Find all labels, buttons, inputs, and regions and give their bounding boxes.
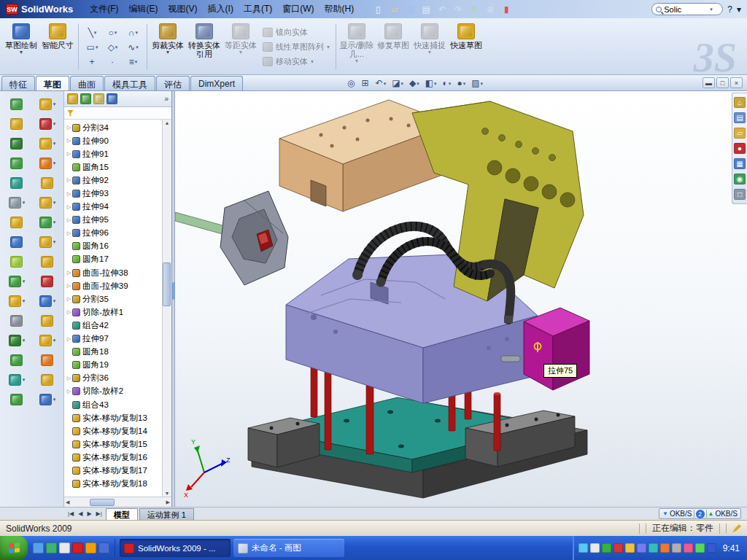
scroll-right-icon[interactable]: ▶ (166, 499, 170, 505)
toolbar-icon[interactable]: ▯ (371, 3, 385, 16)
window-control-button[interactable]: ▬ (703, 77, 715, 88)
sketch-entity-button[interactable]: ◇ ▾ (103, 40, 123, 54)
document-tab[interactable]: 模型 (106, 508, 138, 520)
tray-icon[interactable] (614, 543, 623, 553)
feature-tree-item[interactable]: ▷ 拉伸92 (66, 174, 171, 187)
dropdown-arrow-icon[interactable]: ▾ (135, 59, 138, 65)
tray-icon[interactable] (590, 543, 600, 553)
front-pin-part[interactable] (494, 392, 500, 451)
dropdown-arrow-icon[interactable]: ▾ (23, 338, 26, 343)
feature-tree-item[interactable]: ▷ 分割34 (66, 121, 171, 134)
sketch-entity-button[interactable]: + (82, 55, 102, 69)
ribbon-tab[interactable]: 模具工具 (104, 76, 155, 90)
dropdown-arrow-icon[interactable]: ▾ (136, 44, 139, 50)
expand-arrow-icon[interactable]: ▷ (66, 270, 72, 276)
search-input[interactable] (664, 5, 708, 14)
tool-button[interactable] (1, 252, 32, 271)
expand-arrow-icon[interactable]: ▷ (66, 125, 72, 131)
tool-button[interactable]: ▾ (32, 291, 63, 311)
feature-tree-item[interactable]: 组合42 (66, 319, 171, 332)
toolbar-icon[interactable]: ↶ (435, 3, 449, 16)
feature-tree-item[interactable]: 实体-移动/复制17 (66, 464, 171, 477)
quick-launch-icon[interactable] (72, 542, 83, 553)
tool-button[interactable] (1, 311, 32, 330)
expand-arrow-icon[interactable]: ▷ (66, 283, 72, 289)
dropdown-arrow-icon[interactable]: ▾ (53, 101, 56, 107)
feature-tree-item[interactable]: ▷ 拉伸94 (66, 201, 171, 214)
tab-nav-arrow[interactable]: ◀ (76, 510, 85, 517)
sketch-entity-button[interactable]: ∿ ▾ (123, 40, 143, 54)
tree-vertical-scrollbar[interactable]: ▲ ▼ (162, 120, 171, 497)
sketch-entity-button[interactable]: ╲ ▾ (82, 26, 102, 39)
dropdown-arrow-icon[interactable]: ▾ (23, 279, 26, 284)
tool-button[interactable]: ▾ (32, 330, 63, 350)
quick-launch-icon[interactable] (85, 542, 96, 553)
ribbon-tab[interactable]: 草图 (36, 76, 69, 90)
toolbar-icon[interactable]: ↷ (451, 3, 465, 16)
panel-tab-icon[interactable] (80, 93, 91, 104)
dropdown-arrow-icon[interactable]: ▾ (53, 338, 56, 343)
tool-button[interactable]: ▾ (1, 271, 32, 291)
menu-item[interactable]: 窗口(W) (277, 0, 319, 18)
tool-button[interactable]: ▾ (32, 232, 63, 252)
tray-icon[interactable] (578, 543, 588, 553)
tool-button[interactable] (1, 133, 32, 153)
tool-button[interactable] (32, 173, 63, 192)
ribbon-tab[interactable]: 特征 (1, 76, 35, 90)
tray-icon[interactable] (625, 543, 635, 553)
expand-arrow-icon[interactable]: ▷ (66, 191, 72, 197)
task-pane-tab-icon[interactable]: ◉ (734, 174, 746, 184)
dropdown-arrow-icon[interactable]: ▾ (463, 81, 466, 87)
dropdown-arrow-icon[interactable]: ▾ (355, 58, 358, 64)
dropdown-arrow-icon[interactable]: ▾ (23, 200, 26, 206)
feature-tree-item[interactable]: 圆角15 (66, 160, 171, 174)
feature-tree-item[interactable]: ▷ 分割35 (66, 292, 171, 306)
view-tool-button[interactable]: ◧ ▾ (424, 78, 438, 89)
ribbon-tab[interactable]: DimXpert (190, 76, 243, 90)
tray-icon[interactable] (602, 543, 611, 553)
scroll-left-icon[interactable]: ◀ (66, 499, 69, 505)
view-tool-button[interactable]: ⊞ (360, 78, 371, 89)
scroll-down-icon[interactable]: ▼ (165, 491, 170, 496)
feature-tree-item[interactable]: 圆角19 (66, 359, 171, 372)
tool-button[interactable] (1, 94, 32, 114)
taskbar-task-button[interactable]: SolidWorks 2009 - ... (120, 539, 231, 557)
scrollbar-thumb[interactable] (90, 499, 115, 506)
feature-tree-item[interactable]: ▷ 分割36 (66, 372, 171, 385)
tree-horizontal-scrollbar[interactable]: ◀ ▶ (64, 497, 171, 507)
dropdown-arrow-icon[interactable]: ▾ (23, 298, 26, 304)
view-tool-button[interactable]: ◐ ▾ (441, 78, 453, 89)
tool-button[interactable] (1, 153, 32, 173)
dropdown-arrow-icon[interactable]: ▾ (327, 44, 330, 50)
tool-button[interactable] (32, 271, 63, 291)
tab-nav-arrow[interactable]: |◀ (66, 510, 76, 517)
3d-model[interactable]: Y Z X (175, 91, 747, 507)
taskbar-task-button[interactable]: 未命名 - 画图 (233, 539, 344, 557)
dropdown-arrow-icon[interactable]: ▾ (53, 397, 56, 402)
task-pane-tab-icon[interactable]: ▱ (734, 128, 746, 139)
dropdown-arrow-icon[interactable]: ▾ (53, 219, 56, 225)
ribbon-tab[interactable]: 曲面 (70, 76, 104, 90)
ribbon-big-button[interactable]: 快速捕捉 ▾ (411, 21, 448, 73)
toolbar-icon[interactable]: ▦ (403, 3, 417, 16)
tab-nav-arrow[interactable]: ▶ (85, 510, 93, 517)
tool-button[interactable]: ▾ (1, 370, 32, 389)
side-block-part[interactable] (524, 308, 589, 390)
view-tool-button[interactable]: ● ▾ (455, 78, 467, 89)
dropdown-arrow-icon[interactable]: ▾ (400, 81, 403, 87)
dropdown-arrow-icon[interactable]: ▾ (239, 50, 242, 55)
panel-overflow-chevron[interactable]: » (164, 95, 169, 103)
dropdown-arrow-icon[interactable]: ▾ (115, 30, 117, 36)
quick-launch-icon[interactable] (33, 542, 44, 553)
toolbar-icon[interactable]: ▮ (499, 3, 514, 16)
feature-tree-item[interactable]: ▷ 拉伸96 (66, 227, 171, 240)
sketch-entity-button[interactable]: ○ ▾ (103, 26, 123, 39)
ribbon-small-button[interactable]: 镜向实体 (261, 26, 331, 39)
feature-tree-item[interactable]: 圆角16 (66, 240, 171, 253)
expand-arrow-icon[interactable]: ▷ (66, 138, 72, 144)
tool-button[interactable]: ▾ (1, 330, 32, 350)
dropdown-arrow-icon[interactable]: ▾ (94, 30, 97, 36)
dropdown-arrow-icon[interactable]: ▾ (166, 50, 169, 55)
expand-arrow-icon[interactable]: ▷ (66, 309, 72, 315)
start-button[interactable] (0, 536, 28, 560)
